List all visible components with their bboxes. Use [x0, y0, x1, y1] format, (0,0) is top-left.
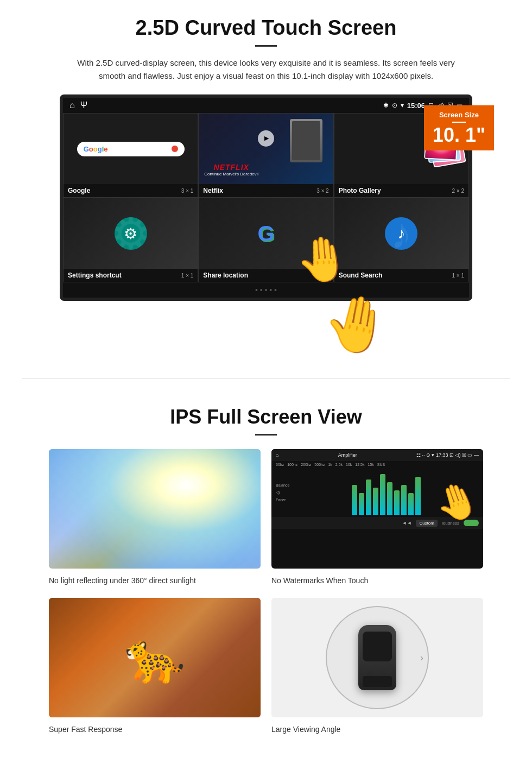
feature-sunlight: No light reflecting under 360° direct su…	[49, 449, 261, 587]
google-thumbnail: Google	[64, 113, 198, 184]
app-cell-sound[interactable]: ♪ ♪ Sound Search 1 × 1	[334, 198, 469, 282]
device-screen: ⌂ Ψ ✱ ⊙ ▾ 15:06 ⊡ ◁) ☒ ▭	[60, 94, 472, 301]
amp-bar-3	[366, 480, 371, 515]
feature-viewing-angle: › Large Viewing Angle	[271, 598, 483, 736]
amp-labels-row: Balance ◁) Fader	[271, 468, 483, 517]
netflix-logo-text: NETFLIX	[204, 163, 258, 172]
watermarks-caption: No Watermarks When Touch	[271, 574, 483, 587]
amp-side-labels: Balance ◁) Fader	[276, 483, 289, 502]
amp-back-btn: ◄◄	[402, 520, 412, 526]
amp-header: ⌂ Amplifier ☷ ·· ⊙ ▾ 17:33 ⊡ ◁) ☒ ▭ —	[271, 449, 483, 461]
netflix-label: NETFLIX Continue Marvel's Daredevil	[204, 163, 258, 176]
share-thumbnail: G 🤚	[199, 198, 333, 269]
settings-app-size: 1 × 1	[181, 273, 194, 279]
google-logo: Google	[84, 145, 108, 153]
amp-bar-7	[394, 490, 400, 515]
fast-caption: Super Fast Response	[49, 723, 261, 736]
gallery-label-row: Photo Gallery 2 × 2	[334, 184, 468, 197]
amp-title: Amplifier	[338, 452, 357, 458]
google-app-size: 3 × 1	[181, 188, 194, 194]
sound-label-row: Sound Search 1 × 1	[334, 269, 468, 282]
home-icon: ⌂	[69, 100, 75, 110]
usb-icon: Ψ	[80, 100, 87, 110]
settings-app-name: Settings shortcut	[68, 272, 122, 279]
car-image: ›	[271, 598, 483, 717]
sunlight-caption: No light reflecting under 360° direct su…	[49, 574, 261, 587]
sunlight-image	[49, 449, 261, 569]
app-cell-settings[interactable]: ⚙ ⚙ Settings shortcut 1 × 1	[63, 198, 198, 282]
device-wrapper: ⌂ Ψ ✱ ⊙ ▾ 15:06 ⊡ ◁) ☒ ▭	[60, 94, 472, 301]
app-grid: Google Google 3 × 1	[63, 113, 469, 282]
amp-bar-1	[352, 485, 357, 515]
section1-divider	[255, 45, 277, 47]
badge-size: 10. 1"	[433, 125, 485, 145]
google-label-row: Google 3 × 1	[64, 184, 198, 197]
car-body	[358, 625, 396, 690]
amp-bar-5	[380, 474, 385, 515]
section1-title: 2.5D Curved Touch Screen	[33, 16, 499, 40]
amp-toggle	[464, 520, 479, 526]
section2-title: IPS Full Screen View	[33, 406, 499, 428]
sound-app-size: 1 × 1	[452, 273, 464, 279]
settings-label-row: Settings shortcut 1 × 1	[64, 269, 198, 282]
sound-thumbnail: ♪ ♪	[334, 198, 468, 269]
netflix-figure	[290, 119, 322, 162]
status-time: 15:06	[407, 102, 425, 110]
google-mic-icon	[172, 146, 178, 152]
app-cell-share[interactable]: G 🤚 Share location 1 × 1	[198, 198, 333, 282]
share-app-name: Share location	[203, 272, 248, 279]
sound-bg-ghost: ♪	[390, 209, 412, 258]
netflix-app-name: Netflix	[203, 187, 223, 194]
section-curved-screen: 2.5D Curved Touch Screen With 2.5D curve…	[0, 0, 532, 362]
bluetooth-icon: ✱	[383, 102, 389, 109]
amp-status: ☷ ·· ⊙ ▾ 17:33 ⊡ ◁) ☒ ▭ —	[416, 452, 479, 458]
badge-divider	[452, 122, 466, 123]
amp-home-icon: ⌂	[276, 452, 278, 458]
wifi-icon: ▾	[401, 102, 404, 109]
features-grid: No light reflecting under 360° direct su…	[33, 449, 499, 736]
google-search-bar[interactable]: Google	[77, 142, 185, 156]
status-bar: ⌂ Ψ ✱ ⊙ ▾ 15:06 ⊡ ◁) ☒ ▭	[63, 98, 469, 113]
netflix-label-row: Netflix 3 × 2	[199, 184, 333, 197]
netflix-subtitle: Continue Marvel's Daredevil	[204, 172, 258, 176]
netflix-play-btn[interactable]	[258, 130, 274, 147]
amp-bar-9	[408, 493, 414, 515]
netflix-thumbnail: NETFLIX Continue Marvel's Daredevil	[199, 113, 333, 184]
viewing-caption: Large Viewing Angle	[271, 723, 483, 736]
amp-bar-6	[387, 482, 392, 515]
app-cell-netflix[interactable]: NETFLIX Continue Marvel's Daredevil Netf…	[198, 113, 333, 198]
feature-fast: 🐆 Super Fast Response	[49, 598, 261, 736]
amp-freq-labels: 60hz100hz200hz500hz1k2.5k10k12.5k15kSUB	[271, 461, 483, 468]
settings-thumbnail: ⚙ ⚙	[64, 198, 198, 269]
hand-icon: 🤚	[318, 287, 396, 362]
car-bg: ›	[271, 598, 483, 717]
hand-touch-icon: 🤚	[293, 232, 352, 287]
section2-divider	[255, 434, 277, 436]
location-icon: ⊙	[392, 102, 397, 109]
pagination-dots: • • • • •	[63, 282, 469, 298]
app-cell-google[interactable]: Google Google 3 × 1	[63, 113, 198, 198]
section-ips: IPS Full Screen View No light reflecting…	[0, 395, 532, 741]
amplifier-image: ⌂ Amplifier ☷ ·· ⊙ ▾ 17:33 ⊡ ◁) ☒ ▭ — 60…	[271, 449, 483, 569]
car-trunk	[363, 676, 392, 687]
gallery-app-name: Photo Gallery	[339, 187, 381, 194]
section-divider	[22, 378, 510, 379]
car-arrow-right: ›	[420, 652, 423, 664]
settings-bg-ghost: ⚙	[111, 209, 150, 259]
amp-bar-2	[359, 493, 364, 515]
amp-bar-4	[373, 488, 378, 515]
netflix-app-size: 3 × 2	[316, 188, 329, 194]
maps-icon: G	[257, 222, 274, 246]
section1-description: With 2.5D curved-display screen, this de…	[76, 56, 456, 83]
amp-bars-area: 🤚	[294, 468, 479, 517]
gallery-app-size: 2 × 2	[452, 188, 464, 194]
car-circle: ›	[326, 606, 429, 709]
badge-title: Screen Size	[433, 111, 485, 119]
status-left: ⌂ Ψ	[69, 100, 87, 110]
cheetah-image: 🐆	[49, 598, 261, 717]
amp-bar-10	[415, 477, 421, 515]
google-app-name: Google	[68, 187, 90, 194]
sunlight-gradient	[49, 449, 261, 569]
hand-below: 🤚	[33, 292, 499, 356]
amp-custom-btn: Custom	[416, 520, 438, 527]
